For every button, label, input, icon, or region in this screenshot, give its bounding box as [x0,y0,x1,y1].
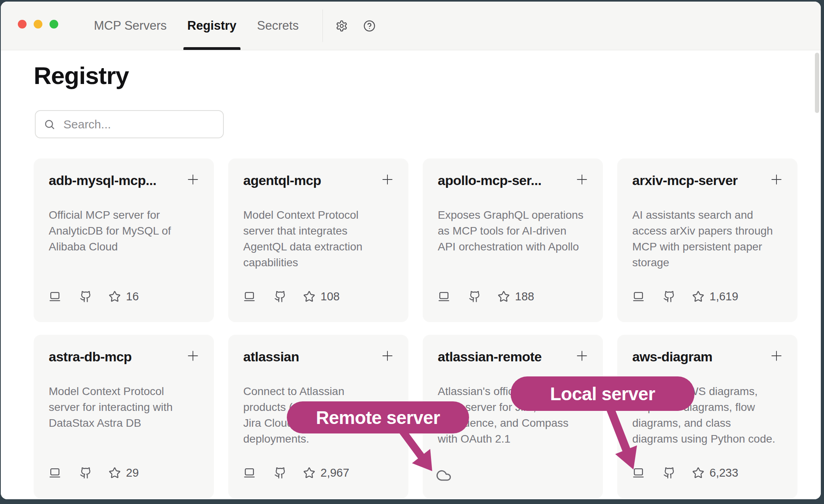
server-name: aws-diagram [632,349,712,365]
minimize-window-button[interactable] [34,20,42,29]
star-count: 1,619 [710,290,738,303]
add-server-button[interactable] [574,171,590,188]
zoom-window-button[interactable] [50,20,58,29]
search-input[interactable] [63,118,215,131]
star-icon [109,290,121,303]
star-icon [498,290,510,303]
github-icon[interactable] [80,467,92,479]
server-card: agentql-mcp Model Context Protocol serve… [228,158,408,322]
server-card-footer: 188 [438,290,534,303]
star-icon [303,467,315,479]
server-card: arxiv-mcp-server AI assistants search an… [617,158,797,322]
add-server-button[interactable] [574,347,590,364]
help-button[interactable] [361,2,378,50]
server-card-footer: 6,233 [632,466,738,479]
star-count: 29 [126,466,139,479]
tab-mcp-servers[interactable]: MCP Servers [93,2,168,50]
star-count: 2,967 [320,466,349,479]
plus-icon [769,348,784,364]
app-window: MCP Servers Registry Secrets [1,2,821,499]
search-icon [44,118,55,130]
github-icon[interactable] [469,290,481,303]
server-card-footer: 1,619 [632,290,738,303]
github-icon[interactable] [663,467,675,479]
laptop-icon [632,290,645,303]
plus-icon [574,348,590,364]
laptop-icon [49,467,61,479]
github-icon[interactable] [274,467,286,479]
star-count: 6,233 [710,466,738,479]
server-description: Model Context Protocol server for intera… [49,384,199,431]
server-card-footer-remote [435,468,453,483]
plus-icon [185,348,201,364]
laptop-icon [243,467,256,479]
server-description: Exposes GraphQL operations as MCP tools … [438,207,588,255]
server-card: aws-diagram Generate AWS diagrams, seque… [617,335,797,498]
gear-icon [336,20,348,32]
server-card-footer: 16 [49,290,139,303]
add-server-button[interactable] [379,347,396,364]
star-count: 16 [126,290,139,303]
star-icon [303,290,315,303]
star-icon [109,467,121,479]
add-server-button[interactable] [379,171,396,188]
page-title: Registry [34,61,129,90]
plus-icon [769,172,784,187]
add-server-button[interactable] [768,171,785,188]
add-server-button[interactable] [185,347,201,364]
server-card: apollo-mcp-ser... Exposes GraphQL operat… [423,158,603,322]
settings-button[interactable] [333,2,351,50]
server-name: apollo-mcp-ser... [438,173,542,188]
cloud-icon [435,468,453,483]
card-grid: adb-mysql-mcp... Official MCP server for… [34,158,797,498]
laptop-icon [632,467,645,479]
server-card: astra-db-mcp Model Context Protocol serv… [34,335,214,498]
vertical-scrollbar-thumb[interactable] [815,53,819,113]
remote-server-callout: Remote server [287,401,469,433]
tab-registry[interactable]: Registry [187,2,237,50]
server-card-footer: 2,967 [243,466,349,479]
server-name: arxiv-mcp-server [632,173,738,188]
add-server-button[interactable] [768,347,785,364]
server-description: Model Context Protocol server that integ… [243,207,393,271]
laptop-icon [438,290,450,303]
server-name: astra-db-mcp [49,349,132,365]
github-icon[interactable] [274,290,286,303]
add-server-button[interactable] [185,171,201,188]
server-description: Official MCP server for AnalyticDB for M… [49,207,199,255]
star-icon [692,467,704,479]
plus-icon [574,172,590,187]
server-card-footer: 29 [49,466,139,479]
server-name: agentql-mcp [243,173,321,188]
search-box [35,110,224,138]
plus-icon [185,172,201,187]
laptop-icon [49,290,61,303]
github-icon[interactable] [663,290,675,303]
registry-page: Registry adb-mysql-mcp... Offici [1,50,821,499]
laptop-icon [243,290,256,303]
local-server-callout: Local server [511,376,694,411]
server-name: atlassian [243,349,299,365]
main-tabs: MCP Servers Registry Secrets [93,2,299,50]
server-card: adb-mysql-mcp... Official MCP server for… [34,158,214,322]
server-card-footer: 108 [243,290,340,303]
github-icon[interactable] [80,290,92,303]
plus-icon [380,348,395,364]
plus-icon [380,172,395,187]
titlebar-divider [322,10,323,42]
titlebar: MCP Servers Registry Secrets [1,2,821,50]
window-controls [18,20,58,29]
server-name: atlassian-remote [438,349,542,365]
star-icon [692,290,704,303]
server-description: AI assistants search and access arXiv pa… [632,207,782,271]
help-icon [363,20,376,32]
star-count: 188 [515,290,534,303]
close-window-button[interactable] [18,20,27,29]
server-name: adb-mysql-mcp... [49,173,156,188]
star-count: 108 [320,290,340,303]
tab-secrets[interactable]: Secrets [256,2,299,50]
